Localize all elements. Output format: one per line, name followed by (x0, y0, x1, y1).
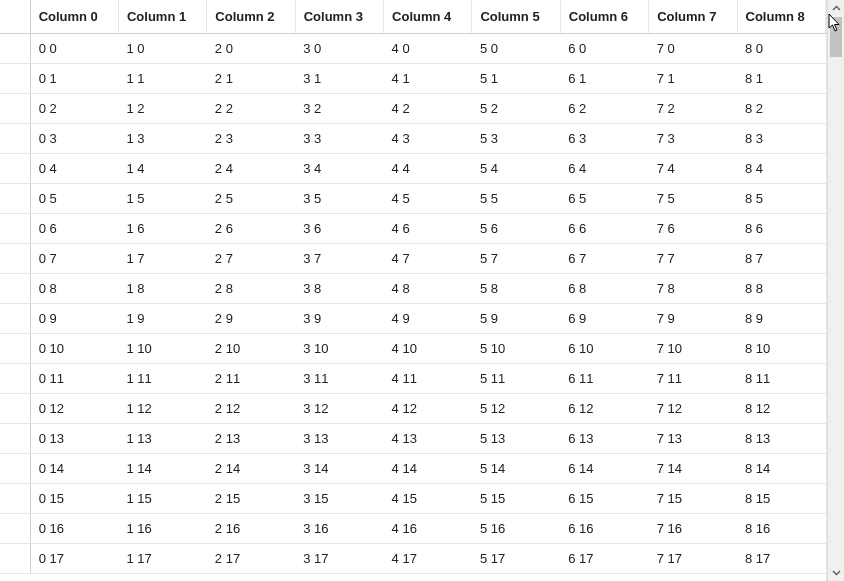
cell[interactable]: 6 5 (560, 183, 648, 213)
cell[interactable]: 7 14 (649, 453, 737, 483)
cell[interactable]: 1 14 (118, 453, 206, 483)
cell[interactable]: 3 7 (295, 243, 383, 273)
cell[interactable]: 7 15 (649, 483, 737, 513)
cell[interactable]: 5 9 (472, 303, 560, 333)
cell[interactable]: 0 1 (30, 63, 118, 93)
cell[interactable]: 4 12 (384, 393, 472, 423)
cell[interactable]: 2 8 (207, 273, 295, 303)
cell[interactable]: 2 15 (207, 483, 295, 513)
cell[interactable]: 5 4 (472, 153, 560, 183)
cell[interactable]: 0 9 (30, 303, 118, 333)
cell[interactable]: 8 12 (737, 393, 826, 423)
cell[interactable]: 1 5 (118, 183, 206, 213)
table-row[interactable]: 0 171 172 173 174 175 176 177 178 17 (0, 543, 826, 573)
cell[interactable]: 5 6 (472, 213, 560, 243)
cell[interactable]: 5 14 (472, 453, 560, 483)
cell[interactable]: 7 1 (649, 63, 737, 93)
row-header-cell[interactable] (0, 123, 30, 153)
column-header[interactable]: Column 2 (207, 0, 295, 33)
cell[interactable]: 6 8 (560, 273, 648, 303)
row-header-cell[interactable] (0, 333, 30, 363)
cell[interactable]: 8 9 (737, 303, 826, 333)
cell[interactable]: 7 13 (649, 423, 737, 453)
cell[interactable]: 1 17 (118, 543, 206, 573)
cell[interactable]: 2 0 (207, 33, 295, 63)
cell[interactable]: 6 7 (560, 243, 648, 273)
cell[interactable]: 0 17 (30, 543, 118, 573)
cell[interactable]: 0 7 (30, 243, 118, 273)
cell[interactable]: 3 5 (295, 183, 383, 213)
cell[interactable]: 8 11 (737, 363, 826, 393)
cell[interactable]: 0 16 (30, 513, 118, 543)
cell[interactable]: 1 6 (118, 213, 206, 243)
cell[interactable]: 5 2 (472, 93, 560, 123)
table-row[interactable]: 0 81 82 83 84 85 86 87 88 8 (0, 273, 826, 303)
cell[interactable]: 7 7 (649, 243, 737, 273)
cell[interactable]: 6 9 (560, 303, 648, 333)
cell[interactable]: 8 13 (737, 423, 826, 453)
cell[interactable]: 3 17 (295, 543, 383, 573)
cell[interactable]: 4 2 (384, 93, 472, 123)
cell[interactable]: 3 13 (295, 423, 383, 453)
cell[interactable]: 2 1 (207, 63, 295, 93)
cell[interactable]: 0 8 (30, 273, 118, 303)
cell[interactable]: 2 13 (207, 423, 295, 453)
cell[interactable]: 1 3 (118, 123, 206, 153)
row-header-cell[interactable] (0, 213, 30, 243)
cell[interactable]: 6 16 (560, 513, 648, 543)
cell[interactable]: 5 13 (472, 423, 560, 453)
cell[interactable]: 1 16 (118, 513, 206, 543)
cell[interactable]: 2 17 (207, 543, 295, 573)
cell[interactable]: 5 16 (472, 513, 560, 543)
vertical-scrollbar[interactable] (827, 0, 844, 581)
row-header-cell[interactable] (0, 363, 30, 393)
cell[interactable]: 5 11 (472, 363, 560, 393)
cell[interactable]: 8 3 (737, 123, 826, 153)
cell[interactable]: 7 11 (649, 363, 737, 393)
cell[interactable]: 6 10 (560, 333, 648, 363)
cell[interactable]: 7 9 (649, 303, 737, 333)
cell[interactable]: 1 4 (118, 153, 206, 183)
cell[interactable]: 2 16 (207, 513, 295, 543)
row-header-cell[interactable] (0, 423, 30, 453)
cell[interactable]: 6 1 (560, 63, 648, 93)
cell[interactable]: 8 17 (737, 543, 826, 573)
cell[interactable]: 8 2 (737, 93, 826, 123)
table-row[interactable]: 0 61 62 63 64 65 66 67 68 6 (0, 213, 826, 243)
table-row[interactable]: 0 101 102 103 104 105 106 107 108 10 (0, 333, 826, 363)
cell[interactable]: 3 0 (295, 33, 383, 63)
column-header[interactable]: Column 3 (295, 0, 383, 33)
table-row[interactable]: 0 141 142 143 144 145 146 147 148 14 (0, 453, 826, 483)
cell[interactable]: 8 16 (737, 513, 826, 543)
table-row[interactable]: 0 01 02 03 04 05 06 07 08 0 (0, 33, 826, 63)
column-header[interactable]: Column 4 (384, 0, 472, 33)
cell[interactable]: 6 17 (560, 543, 648, 573)
cell[interactable]: 5 15 (472, 483, 560, 513)
table-row[interactable]: 0 41 42 43 44 45 46 47 48 4 (0, 153, 826, 183)
cell[interactable]: 3 15 (295, 483, 383, 513)
cell[interactable]: 6 2 (560, 93, 648, 123)
column-header[interactable]: Column 7 (649, 0, 737, 33)
cell[interactable]: 1 0 (118, 33, 206, 63)
row-header-cell[interactable] (0, 33, 30, 63)
cell[interactable]: 3 12 (295, 393, 383, 423)
cell[interactable]: 5 8 (472, 273, 560, 303)
cell[interactable]: 6 14 (560, 453, 648, 483)
cell[interactable]: 6 4 (560, 153, 648, 183)
cell[interactable]: 7 4 (649, 153, 737, 183)
cell[interactable]: 4 14 (384, 453, 472, 483)
table-row[interactable]: 0 91 92 93 94 95 96 97 98 9 (0, 303, 826, 333)
cell[interactable]: 1 13 (118, 423, 206, 453)
cell[interactable]: 8 15 (737, 483, 826, 513)
scroll-up-button[interactable] (828, 0, 844, 17)
cell[interactable]: 5 17 (472, 543, 560, 573)
cell[interactable]: 4 15 (384, 483, 472, 513)
cell[interactable]: 2 12 (207, 393, 295, 423)
table-row[interactable]: 0 51 52 53 54 55 56 57 58 5 (0, 183, 826, 213)
cell[interactable]: 0 5 (30, 183, 118, 213)
cell[interactable]: 2 6 (207, 213, 295, 243)
row-header-cell[interactable] (0, 453, 30, 483)
row-header-cell[interactable] (0, 543, 30, 573)
scroll-down-button[interactable] (828, 564, 844, 581)
cell[interactable]: 1 2 (118, 93, 206, 123)
